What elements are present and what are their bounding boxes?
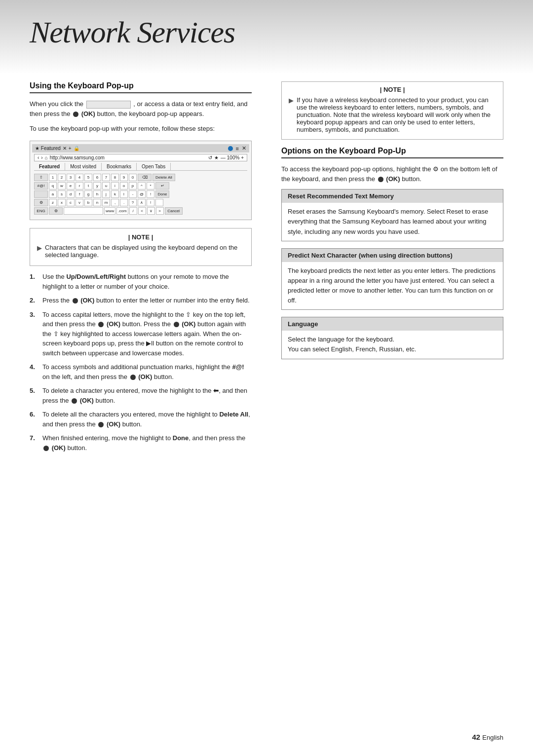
kb-backspace-key: ⌫ (138, 174, 152, 181)
page-number-label: English (482, 734, 503, 741)
kb-key-7: 7 (102, 174, 110, 181)
kb-key-dash: - (129, 190, 137, 198)
kb-key-k: k (111, 190, 119, 198)
kb-row-2: #@! q w e r t y u i o p ^ * ↵ (34, 182, 247, 189)
ok-circle-5 (72, 398, 77, 404)
language-body-text: Select the language for the keyboard.You… (288, 336, 416, 353)
kb-key-3: 3 (67, 174, 75, 181)
right-note-text-1: If you have a wireless keyboard connecte… (297, 96, 496, 133)
kb-space-key (64, 207, 103, 215)
left-note-item-1: ▶ Characters that can be displayed using… (37, 244, 244, 259)
kb-key-caret: ^ (138, 182, 146, 189)
subsection-predict-body: The keyboard predicts the next letter as… (282, 262, 503, 310)
kb-key-l: l (120, 190, 128, 198)
ok-circle-options (378, 177, 383, 182)
kb-enter-key: ↵ (155, 182, 169, 189)
kb-row-3: a s d f g h j k l - @ ! Done (34, 190, 247, 198)
step-1: 1. Use the Up/Down/Left/Right buttons on… (30, 272, 252, 291)
subsection-language-body: Select the language for the keyboard.You… (282, 331, 503, 358)
kb-symbol-key: #@! (34, 182, 48, 189)
kb-key-w: w (58, 182, 66, 189)
step-3: 3. To access capital letters, move the h… (30, 310, 252, 358)
kb-key-i: i (111, 182, 119, 189)
kb-status-dot (228, 146, 233, 151)
subsection-reset-title: Reset Recommended Text Memory (282, 189, 503, 203)
kb-key-y: y (93, 182, 101, 189)
kb-key-g: g (84, 190, 92, 198)
intro-text-3: button, the keyboard pop-up appears. (97, 110, 204, 117)
kb-key-h: h (93, 190, 101, 198)
kb-gear-key: ⚙ (34, 199, 48, 206)
step-4: 4. To access symbols and additional punc… (30, 362, 252, 381)
step-5-text: To delete a character you entered, move … (42, 386, 252, 405)
ok-text: (OK) (81, 110, 95, 117)
kb-key-b: b (84, 199, 92, 206)
kb-key-8: 8 (111, 174, 119, 181)
kb-keys: ⇧ 1 2 3 4 5 6 7 8 9 0 ⌫ Delete All (32, 173, 249, 217)
kb-key-t: t (84, 182, 92, 189)
kb-tab-open: Open Tabs (137, 163, 171, 170)
options-ok: (OK) (386, 175, 400, 183)
kb-key-star: * (147, 182, 154, 189)
kb-tab-most: Most visited (65, 163, 102, 170)
kb-address-bar: ‹ › ⌂ http://www.samsung.com ↺ ★ — 100% … (34, 154, 247, 161)
kb-key-f: f (76, 190, 83, 198)
kb-slash-key: / (129, 207, 137, 215)
kb-key-s: s (58, 190, 66, 198)
kb-key-c: c (67, 199, 75, 206)
kb-key-j: j (102, 190, 110, 198)
kb-plus: + (69, 146, 72, 151)
kb-gt-key: > (156, 207, 164, 215)
ok-circle-6 (98, 422, 104, 427)
ok-circle-7 (43, 446, 49, 451)
left-section-title: Using the Keyboard Pop-up (30, 81, 252, 93)
kb-eng-key: ENG (34, 207, 48, 215)
kb-key-up: ∧ (138, 199, 146, 206)
subsection-predict-title: Predict Next Character (when using direc… (282, 249, 503, 262)
right-note-item-1: ▶ If you have a wireless keyboard connec… (289, 96, 496, 133)
right-section-title: Options on the Keyboard Pop-Up (281, 147, 503, 158)
subsection-language-title: Language (282, 317, 503, 331)
ok-circle-icon (73, 112, 78, 117)
content-area: Using the Keyboard Pop-up When you click… (0, 76, 533, 472)
kb-www-key: www (104, 207, 115, 215)
kb-key-dot: . (120, 199, 128, 206)
kb-featured-label: ★ Featured (35, 146, 61, 151)
step-4-num: 4. (30, 362, 38, 372)
kb-refresh: ↺ (208, 155, 212, 160)
ok-circle-3b (174, 322, 179, 327)
kb-key-comma: , (111, 199, 119, 206)
kb-key-v: v (76, 199, 83, 206)
step-1-num: 1. (30, 272, 38, 282)
kb-key-at: @ (138, 190, 146, 198)
kb-delete-all: Delete All (152, 174, 175, 181)
keyboard-image: ★ Featured ✕ + 🔒 ≡ ✕ ‹ › ⌂ (30, 141, 252, 220)
intro-paragraph-2: To use the keyboard pop-up with your rem… (30, 124, 252, 134)
kb-com-key: .com (116, 207, 128, 215)
kb-row-5: ENG ⚙ www .com / < ∨ > Cancel (34, 207, 247, 215)
kb-key-u: u (102, 182, 110, 189)
kb-empty-1 (34, 190, 48, 198)
step-5: 5. To delete a character you entered, mo… (30, 386, 252, 405)
kb-key-1: 1 (49, 174, 57, 181)
kb-key-r: r (76, 182, 83, 189)
step-7-text: When finished entering, move the highlig… (42, 433, 252, 453)
step-4-text: To access symbols and additional punctua… (42, 362, 252, 381)
kb-zoom: — 100% + (221, 155, 244, 160)
kb-down-key: ∨ (147, 207, 155, 215)
right-column: | NOTE | ▶ If you have a wireless keyboa… (266, 76, 533, 472)
kb-done-key: Done (155, 190, 169, 198)
subsection-language: Language Select the language for the key… (281, 317, 503, 359)
kb-key-n: n (93, 199, 101, 206)
kb-key-z: z (49, 199, 57, 206)
step-5-num: 5. (30, 386, 38, 396)
kb-empty-2 (155, 199, 163, 206)
kb-key-d: d (67, 190, 75, 198)
step-7: 7. When finished entering, move the high… (30, 433, 252, 453)
left-note-title: | NOTE | (37, 233, 244, 241)
left-note-box: | NOTE | ▶ Characters that can be displa… (30, 228, 252, 266)
kb-tab-featured: Featured (34, 163, 65, 170)
kb-browser-bar: ★ Featured ✕ + 🔒 ≡ ✕ (32, 144, 249, 152)
search-field-icon (86, 101, 131, 109)
subsection-reset-body: Reset erases the Samsung Keyboard's memo… (282, 203, 503, 240)
